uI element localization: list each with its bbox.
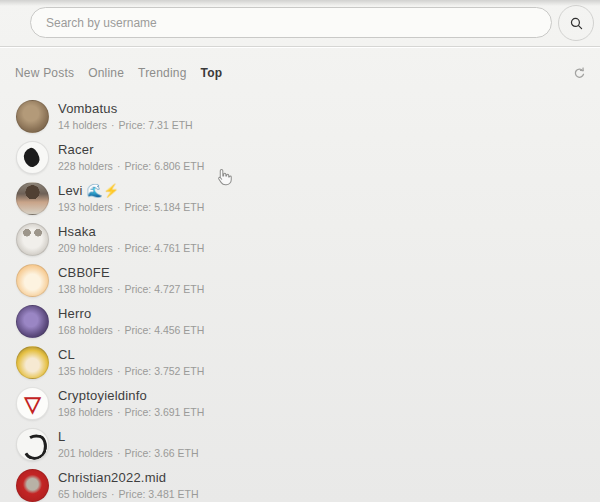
price-label: Price: 3.691 ETH bbox=[124, 405, 204, 419]
search-icon bbox=[568, 15, 585, 32]
username: CBB0FE bbox=[58, 265, 204, 281]
list-item[interactable]: Herro 168 holders · Price: 4.456 ETH bbox=[0, 301, 600, 342]
list-item[interactable]: CBB0FE 138 holders · Price: 4.727 ETH bbox=[0, 260, 600, 301]
holders-count: 193 holders bbox=[58, 200, 113, 214]
username: Racer bbox=[58, 142, 204, 158]
holders-count: 209 holders bbox=[58, 241, 113, 255]
username: Cryptoyieldinfo bbox=[58, 388, 204, 404]
price-label: Price: 3.66 ETH bbox=[124, 446, 198, 460]
refresh-button[interactable] bbox=[566, 60, 592, 86]
username: Hsaka bbox=[58, 224, 204, 240]
price-label: Price: 3.481 ETH bbox=[119, 487, 199, 501]
avatar-black-ink-horse bbox=[16, 141, 49, 174]
username: L bbox=[58, 429, 199, 445]
top-edge-shading bbox=[0, 0, 600, 6]
list-item[interactable]: Christian2022.mid 65 holders · Price: 3.… bbox=[0, 465, 600, 502]
list-item[interactable]: Racer 228 holders · Price: 6.806 ETH bbox=[0, 137, 600, 178]
meta-separator: · bbox=[117, 323, 121, 337]
header-divider bbox=[0, 46, 600, 47]
avatar-bw-manga-sketch bbox=[16, 428, 49, 461]
meta-separator: · bbox=[117, 282, 121, 296]
avatar-man-portrait-photo bbox=[16, 182, 49, 215]
username: Herro bbox=[58, 306, 204, 322]
holders-count: 168 holders bbox=[58, 323, 113, 337]
tab-top[interactable]: Top bbox=[201, 66, 223, 80]
search-input[interactable] bbox=[30, 7, 552, 38]
holders-count: 135 holders bbox=[58, 364, 113, 378]
avatar-yellow-hat-anime-art bbox=[16, 346, 49, 379]
username: Christian2022.mid bbox=[58, 470, 199, 486]
price-label: Price: 6.806 ETH bbox=[124, 159, 204, 173]
meta-separator: · bbox=[117, 446, 121, 460]
price-label: Price: 3.752 ETH bbox=[124, 364, 204, 378]
username: CL bbox=[58, 347, 204, 363]
price-label: Price: 5.184 ETH bbox=[124, 200, 204, 214]
meta-separator: · bbox=[117, 364, 121, 378]
holders-count: 138 holders bbox=[58, 282, 113, 296]
search-button[interactable] bbox=[558, 5, 594, 41]
list-item[interactable]: ▽ Cryptoyieldinfo 198 holders · Price: 3… bbox=[0, 383, 600, 424]
tab-trending[interactable]: Trending bbox=[138, 66, 187, 80]
avatar-wombat-photo bbox=[16, 100, 49, 133]
price-label: Price: 4.761 ETH bbox=[124, 241, 204, 255]
price-label: Price: 4.456 ETH bbox=[124, 323, 204, 337]
refresh-icon bbox=[572, 66, 587, 81]
username: Vombatus bbox=[58, 101, 193, 117]
meta-separator: · bbox=[117, 405, 121, 419]
list-item[interactable]: Hsaka 209 holders · Price: 4.761 ETH bbox=[0, 219, 600, 260]
holders-count: 65 holders bbox=[58, 487, 107, 501]
list-item[interactable]: Levi 🌊⚡ 193 holders · Price: 5.184 ETH bbox=[0, 178, 600, 219]
holders-count: 228 holders bbox=[58, 159, 113, 173]
avatar-white-wolf-art bbox=[16, 223, 49, 256]
meta-separator: · bbox=[117, 159, 121, 173]
price-label: Price: 4.727 ETH bbox=[124, 282, 204, 296]
holders-count: 201 holders bbox=[58, 446, 113, 460]
tab-online[interactable]: Online bbox=[88, 66, 124, 80]
avatar-purple-anime-art bbox=[16, 305, 49, 338]
avatar-orange-cartoon-art bbox=[16, 264, 49, 297]
price-label: Price: 7.31 ETH bbox=[119, 118, 193, 132]
meta-separator: · bbox=[111, 487, 115, 501]
feed-tabs: New Posts Online Trending Top bbox=[15, 64, 222, 82]
avatar-statue-on-red bbox=[16, 469, 49, 502]
tab-new-posts[interactable]: New Posts bbox=[15, 66, 74, 80]
avatar-glyph: ▽ bbox=[24, 393, 40, 414]
holders-count: 14 holders bbox=[58, 118, 107, 132]
list-item[interactable]: CL 135 holders · Price: 3.752 ETH bbox=[0, 342, 600, 383]
avatar-red-triangle-logo: ▽ bbox=[16, 387, 49, 420]
meta-separator: · bbox=[117, 241, 121, 255]
list-item[interactable]: Vombatus 14 holders · Price: 7.31 ETH bbox=[0, 96, 600, 137]
list-item[interactable]: L 201 holders · Price: 3.66 ETH bbox=[0, 424, 600, 465]
meta-separator: · bbox=[117, 200, 121, 214]
holders-count: 198 holders bbox=[58, 405, 113, 419]
user-list: Vombatus 14 holders · Price: 7.31 ETH Ra… bbox=[0, 96, 600, 502]
username: Levi 🌊⚡ bbox=[58, 183, 204, 199]
meta-separator: · bbox=[111, 118, 115, 132]
